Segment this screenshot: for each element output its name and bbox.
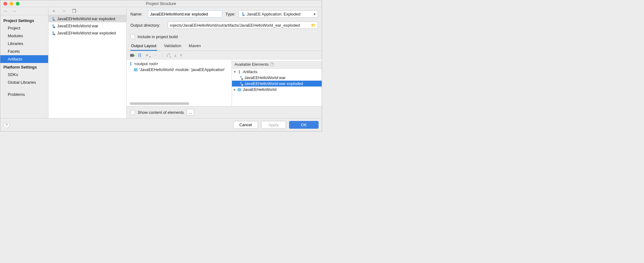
horizontal-scrollbar[interactable]: [130, 102, 229, 105]
sidebar-item-artifacts[interactable]: Artifacts: [0, 55, 48, 63]
sidebar-item-facets[interactable]: Facets: [0, 47, 48, 55]
artifact-icon: [51, 31, 55, 35]
artifact-item-label: JavaEEHelloWorld:war: [57, 24, 98, 28]
remove-icon[interactable]: －: [62, 8, 66, 14]
available-war-label: JavaEEHelloWorld:war: [244, 75, 286, 80]
output-root-node[interactable]: <output root>: [127, 61, 232, 67]
svg-rect-9: [134, 68, 138, 71]
available-war-node[interactable]: JavaEEHelloWorld:war: [232, 75, 322, 81]
chevron-right-icon: ▸: [234, 87, 236, 92]
svg-point-11: [241, 84, 243, 86]
show-content-row: Show content of elements ...: [127, 106, 322, 118]
new-archive-icon[interactable]: [138, 53, 142, 57]
available-artifacts-node[interactable]: ▾ Artifacts: [232, 69, 322, 75]
sidebar-item-sdks[interactable]: SDKs: [0, 71, 48, 78]
sidebar-header-platform: Platform Settings: [0, 63, 48, 71]
show-content-label: Show content of elements: [138, 110, 184, 115]
include-label: Include in project build: [138, 34, 178, 39]
artifact-item-war[interactable]: JavaEEHelloWorld:war: [48, 22, 126, 29]
artifact-icon: [51, 17, 55, 21]
artifact-list-panel: ＋ － ❐ JavaEEHelloWorld:ear exploded Java…: [48, 7, 127, 118]
separator: [162, 52, 162, 58]
tab-validation[interactable]: Validation: [163, 42, 182, 51]
ok-button[interactable]: OK: [289, 121, 319, 129]
tab-maven[interactable]: Maven: [188, 42, 202, 51]
help-icon[interactable]: ?: [270, 62, 274, 67]
available-elements-panel: Available Elements ? ▾ Artifacts JavaEEH…: [232, 60, 322, 106]
output-tree[interactable]: <output root> 'JavaEEHelloWorld' module:…: [127, 60, 232, 102]
artifact-toolbar: ＋ － ❐: [48, 7, 126, 15]
show-content-checkbox[interactable]: [130, 110, 135, 115]
available-elements-header: Available Elements: [234, 62, 269, 67]
add-icon[interactable]: ＋: [52, 8, 56, 14]
layout-trees: <output root> 'JavaEEHelloWorld' module:…: [127, 60, 322, 106]
svg-rect-8: [139, 53, 140, 57]
sidebar-list: Project Settings Project Modules Librari…: [0, 15, 48, 118]
artifact-list: JavaEEHelloWorld:ear exploded JavaEEHell…: [48, 15, 126, 118]
svg-point-2: [53, 33, 55, 35]
name-input[interactable]: [148, 10, 222, 18]
artifact-item-ear-exploded[interactable]: JavaEEHelloWorld:ear exploded: [48, 15, 126, 22]
window-title: Project Structure: [0, 1, 322, 6]
copy-icon[interactable]: ❐: [72, 8, 76, 14]
new-folder-icon[interactable]: [130, 53, 135, 57]
available-artifacts-label: Artifacts: [243, 69, 257, 74]
show-content-options-button[interactable]: ...: [187, 109, 194, 116]
include-checkbox[interactable]: [130, 34, 135, 39]
forward-icon[interactable]: →: [12, 8, 16, 14]
module-icon: [134, 68, 138, 72]
artifact-item-label: JavaEEHelloWorld:ear exploded: [57, 16, 115, 21]
remove-item-icon[interactable]: －: [154, 52, 158, 58]
dialog-body: ← → Project Settings Project Modules Lib…: [0, 7, 322, 118]
chevron-down-icon: ▾: [234, 69, 236, 74]
output-dir-label: Output directory:: [130, 23, 165, 28]
output-dir-input[interactable]: rojects/JavaEEHelloWorld/out/artifacts/J…: [168, 21, 318, 29]
help-button[interactable]: ?: [3, 122, 10, 128]
output-child-node[interactable]: 'JavaEEHelloWorld' module: 'javaEEApplic…: [127, 67, 232, 73]
cancel-button[interactable]: Cancel: [233, 121, 258, 129]
sort-icon[interactable]: ↓az: [166, 52, 171, 58]
artifact-form: Name: Type: JavaEE Application: Exploded…: [127, 7, 322, 34]
output-child-label: 'JavaEEHelloWorld' module: 'javaEEApplic…: [139, 67, 225, 72]
nav-history: ← →: [0, 7, 48, 15]
back-icon[interactable]: ←: [3, 8, 8, 14]
folder-browse-icon[interactable]: 📁: [311, 23, 316, 28]
available-war-exploded-node[interactable]: JavaEEHelloWorld:war exploded: [232, 81, 322, 87]
sidebar-header-project: Project Settings: [0, 16, 48, 24]
tab-output-layout[interactable]: Output Layout: [130, 42, 157, 51]
sidebar-item-problems[interactable]: Problems: [0, 91, 48, 98]
add-copy-icon[interactable]: ＋▾: [145, 52, 151, 58]
type-combobox[interactable]: JavaEE Application: Exploded ▾: [238, 10, 318, 18]
titlebar: Project Structure: [0, 0, 322, 7]
svg-rect-3: [243, 15, 245, 16]
artifact-icon: [239, 76, 243, 80]
artifact-type-icon: [241, 12, 245, 16]
artifact-tabs: Output Layout Validation Maven: [127, 42, 322, 51]
sidebar-item-modules[interactable]: Modules: [0, 32, 48, 40]
module-icon: [237, 87, 242, 92]
type-value: JavaEE Application: Exploded: [247, 12, 301, 16]
artifact-group-icon: [237, 70, 242, 74]
svg-rect-13: [238, 88, 239, 89]
svg-point-1: [53, 26, 55, 28]
artifact-item-war-exploded[interactable]: JavaEEHelloWorld:war exploded: [48, 29, 126, 37]
artifact-item-label: JavaEEHelloWorld:war exploded: [57, 31, 116, 35]
svg-rect-12: [238, 88, 241, 91]
artifact-icon: [239, 82, 243, 86]
move-up-icon[interactable]: ▴: [174, 52, 177, 58]
available-war-exploded-label: JavaEEHelloWorld:war exploded: [244, 81, 303, 86]
dialog-footer: ? Cancel Apply OK: [0, 118, 322, 131]
name-label: Name:: [130, 12, 145, 16]
sidebar-item-libraries[interactable]: Libraries: [0, 40, 48, 47]
apply-button[interactable]: Apply: [261, 121, 286, 129]
available-module-node[interactable]: ▸ JavaEEHelloWorld: [232, 87, 322, 92]
artifact-icon: [51, 24, 55, 28]
move-down-icon[interactable]: ▾: [180, 52, 182, 58]
svg-rect-6: [134, 55, 134, 56]
project-structure-window: Project Structure ← → Project Settings P…: [0, 0, 322, 132]
type-label: Type:: [225, 12, 235, 16]
output-dir-value: rojects/JavaEEHelloWorld/out/artifacts/J…: [170, 23, 300, 28]
sidebar-item-global-libraries[interactable]: Global Libraries: [0, 78, 48, 86]
artifact-detail-panel: Name: Type: JavaEE Application: Exploded…: [127, 7, 322, 118]
sidebar-item-project[interactable]: Project: [0, 24, 48, 32]
